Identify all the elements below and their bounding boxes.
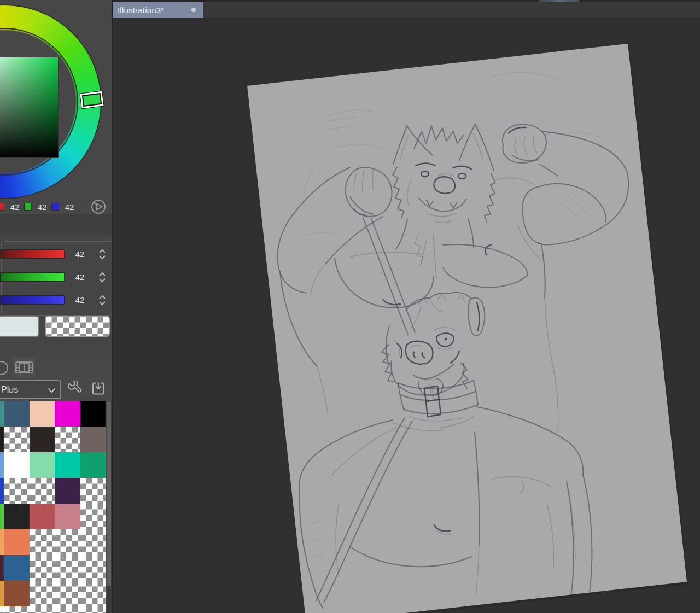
wrench-icon[interactable] [67,381,82,396]
palette-swatch[interactable] [0,401,4,427]
palette-swatch[interactable] [0,504,4,529]
palette-swatch[interactable] [55,478,80,504]
palette-swatch[interactable] [30,427,55,452]
green-value-stepper[interactable] [98,271,106,283]
palette-swatch[interactable] [30,504,55,529]
green-slider-value: 42 [71,272,89,282]
palette-swatch[interactable] [4,555,30,581]
palette-swatch[interactable] [80,555,106,581]
rgb-sliders-panel: 42 42 42 [0,235,112,354]
palette-swatch[interactable] [4,401,30,427]
red-slider[interactable] [0,249,65,259]
palette-swatch[interactable] [30,478,55,504]
import-icon[interactable] [91,381,106,396]
palette-swatch[interactable] [4,427,30,452]
palette-set-label: Plus [1,385,18,395]
palette-swatch[interactable] [55,427,80,452]
canvas-paper[interactable] [247,44,687,613]
color-palette-grid [0,401,106,613]
color-palette-area [0,401,112,613]
palette-swatch[interactable] [4,478,30,504]
palette-swatch[interactable] [55,529,80,555]
circled-triangle-icon[interactable] [90,199,107,214]
palette-swatch[interactable] [80,606,106,613]
palette-swatch[interactable] [0,529,4,555]
scrollbar-thumb[interactable] [107,401,111,586]
partial-circle-icon[interactable] [0,360,10,376]
palette-swatch[interactable] [80,427,106,452]
palette-swatch[interactable] [4,606,30,613]
blue-slider-row: 42 [0,294,112,307]
palette-set-select[interactable]: Plus [0,380,61,399]
document-tab[interactable]: Illustration3* [112,2,203,18]
red-slider-row: 42 [0,248,112,261]
panel-divider-strip [0,214,112,236]
palette-swatch[interactable] [4,581,30,606]
red-readout-value: 42 [8,202,22,212]
film-icon-tab[interactable] [13,358,35,377]
blue-readout-value: 42 [62,202,77,212]
palette-swatch[interactable] [0,452,4,478]
palette-swatch[interactable] [0,606,4,613]
palette-swatch[interactable] [55,606,80,613]
red-channel-chip [0,203,4,211]
film-icon [15,360,33,375]
palette-swatch[interactable] [30,401,55,427]
color-panel-sidebar: 42 42 42 42 [0,0,112,613]
unsaved-indicator-dot [191,8,196,12]
document-tab-label: Illustration3* [118,5,164,15]
palette-swatch[interactable] [4,529,30,555]
palette-panel-tabs [0,354,112,377]
document-tab-bar: Illustration3* [112,0,700,19]
palette-swatch[interactable] [55,581,80,606]
palette-swatch[interactable] [80,504,106,529]
paint-application: Illustration3* 42 42 42 [0,0,700,613]
chevron-down-icon [48,388,56,393]
hue-ring-selector[interactable] [82,93,102,107]
green-slider-row: 42 [0,271,112,284]
palette-swatch[interactable] [0,581,4,606]
blue-value-stepper[interactable] [98,294,106,306]
blue-slider[interactable] [0,295,65,305]
palette-swatch[interactable] [80,581,106,606]
window-titlebar-sliver [539,0,579,2]
palette-swatch[interactable] [30,452,55,478]
saturation-value-box[interactable] [0,57,59,158]
palette-swatch[interactable] [0,555,4,581]
palette-scrollbar[interactable] [107,401,112,613]
palette-swatch[interactable] [4,452,30,478]
main-color-swatch[interactable] [0,316,39,337]
palette-swatch[interactable] [30,581,55,606]
palette-swatch[interactable] [80,478,106,504]
color-wheel-panel: 42 42 42 [0,0,112,214]
palette-swatch[interactable] [0,427,4,452]
palette-swatch[interactable] [80,529,106,555]
palette-toolbar: Plus [0,377,112,401]
palette-swatch[interactable] [55,555,80,581]
green-channel-chip [24,203,32,211]
palette-swatch[interactable] [55,401,80,427]
red-value-stepper[interactable] [98,248,106,260]
color-swatch-row [0,316,112,337]
palette-swatch[interactable] [80,401,106,427]
palette-swatch[interactable] [80,452,106,478]
transparent-color-swatch[interactable] [45,316,110,337]
palette-swatch[interactable] [4,504,30,529]
palette-swatch[interactable] [30,555,55,581]
rgb-readout-row: 42 42 42 [0,199,112,214]
palette-swatch[interactable] [55,504,80,529]
palette-swatch[interactable] [0,478,4,504]
palette-swatch[interactable] [30,606,55,613]
red-slider-value: 42 [71,249,89,259]
green-readout-value: 42 [35,202,49,212]
palette-swatch[interactable] [55,452,80,478]
blue-channel-chip [51,203,59,211]
palette-swatch[interactable] [30,529,55,555]
blue-slider-value: 42 [71,295,89,305]
green-slider[interactable] [0,272,65,282]
